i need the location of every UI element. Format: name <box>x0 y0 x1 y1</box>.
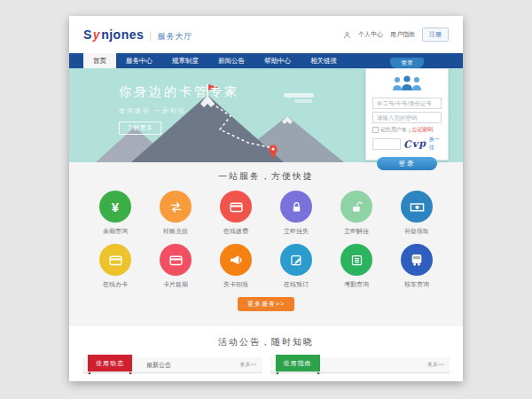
login-panel: 登录 记住用户名 | 忘记密码 <box>365 68 449 160</box>
hero-text: 你身边的卡管专家 提供捷径 一步到位 了解更多 <box>119 84 239 135</box>
login-options-row: 记住用户名 | 忘记密码 <box>372 126 442 134</box>
list-icon <box>350 254 364 267</box>
service-label: 在线缴费 <box>206 227 266 236</box>
service-circle[interactable] <box>160 244 192 276</box>
nav-item-links[interactable]: 相关链接 <box>301 53 347 68</box>
header: Synjones | 服务大厅 个人中心 用户指南 注册 <box>69 16 463 53</box>
bank-card-icon <box>168 253 184 268</box>
personal-center-link[interactable]: 个人中心 <box>358 30 383 39</box>
service-item-booking[interactable]: 在线预订 <box>266 244 326 289</box>
nav-item-home[interactable]: 首页 <box>83 53 116 68</box>
service-label: 失卡招领 <box>206 280 266 289</box>
service-label: 卡片延期 <box>145 280 206 289</box>
captcha-row: Cvp 换一张 <box>372 136 442 152</box>
login-tab[interactable]: 登录 <box>390 58 424 68</box>
service-item-card-extension[interactable]: 卡片延期 <box>145 244 206 289</box>
service-circle[interactable] <box>340 244 372 276</box>
bank-card-icon <box>229 200 244 215</box>
service-label: 立即挂失 <box>266 227 326 236</box>
service-item-transfer[interactable]: 转账充值 <box>145 191 206 236</box>
login-form: 记住用户名 | 忘记密码 Cvp 换一张 登录 <box>365 68 449 160</box>
announcement-panel-right: 使用指南 更多>> <box>270 357 450 373</box>
transfer-arrows-icon <box>168 200 184 215</box>
service-item-attendance[interactable]: 考勤查询 <box>326 244 387 289</box>
service-label: 考勤查询 <box>326 280 387 289</box>
logo-divider: | <box>149 31 152 41</box>
logo-text-rest: njones <box>101 27 144 42</box>
hero-cta-button[interactable]: 了解更多 <box>119 121 161 135</box>
service-label: 校车查询 <box>387 280 447 289</box>
service-circle[interactable] <box>160 191 192 223</box>
service-label: 转账充值 <box>145 227 206 236</box>
login-submit-button[interactable]: 登录 <box>377 157 438 170</box>
password-input[interactable] <box>372 112 442 123</box>
logo-accent-y: y <box>93 27 100 42</box>
tab-usage-news[interactable]: 使用动态 <box>88 355 132 372</box>
service-label: 余额查询 <box>85 227 145 236</box>
captcha-image: Cvp <box>403 137 427 151</box>
logo-text: S <box>83 27 92 42</box>
announcements-section: 活动公告，随时知晓 使用动态 最新公告 更多>> 使用指南 更多>> <box>69 326 463 381</box>
edit-icon <box>290 254 303 267</box>
hero-subtitle: 提供捷径 一步到位 <box>119 106 239 115</box>
banknote-icon <box>410 200 425 215</box>
tab-usage-guide[interactable]: 使用指南 <box>276 355 320 372</box>
lock-icon <box>290 200 303 214</box>
logo: Synjones | 服务大厅 <box>83 27 192 43</box>
captcha-input[interactable] <box>372 138 401 150</box>
tab-latest-announcements[interactable]: 最新公告 <box>146 357 171 372</box>
nav-item-news[interactable]: 新闻公告 <box>208 53 254 68</box>
nav-item-rules[interactable]: 规章制度 <box>162 53 208 68</box>
remember-label: 记住用户名 <box>380 126 407 134</box>
service-label: 立即解挂 <box>326 227 387 236</box>
site-name: 服务大厅 <box>157 31 192 43</box>
more-services-button[interactable]: 更多服务>> <box>238 297 294 311</box>
service-circle[interactable] <box>220 191 252 223</box>
users-group-icon <box>372 74 442 94</box>
service-circle[interactable] <box>99 244 131 276</box>
service-label: 在线预订 <box>266 280 326 289</box>
bus-icon <box>410 253 424 267</box>
person-icon <box>343 31 351 39</box>
services-grid: ¥ 余额查询 转账充值 在线缴费 立即挂失 <box>85 191 447 289</box>
header-links: 个人中心 用户指南 注册 <box>343 27 449 42</box>
username-input[interactable] <box>372 98 442 109</box>
service-circle[interactable]: ¥ <box>99 191 131 223</box>
service-item-lost-found[interactable]: 失卡招领 <box>206 244 266 289</box>
service-label: 补助领取 <box>387 227 447 236</box>
megaphone-icon <box>229 253 243 267</box>
user-guide-link[interactable]: 用户指南 <box>390 30 415 39</box>
options-divider: | <box>409 128 411 133</box>
announcement-panels: 使用动态 最新公告 更多>> 使用指南 更多>> <box>69 357 463 373</box>
service-circle[interactable] <box>280 191 312 223</box>
announcements-title: 活动公告，随时知晓 <box>69 336 463 348</box>
unlock-icon <box>350 200 364 214</box>
service-circle[interactable] <box>401 244 433 276</box>
service-circle[interactable] <box>340 191 372 223</box>
service-circle[interactable] <box>401 191 433 223</box>
service-label: 在线办卡 <box>85 280 145 289</box>
nav-item-service-center[interactable]: 服务中心 <box>116 53 162 68</box>
services-section: 一站服务，方便快捷 ¥ 余额查询 转账充值 在线缴费 <box>69 162 463 326</box>
service-item-cancel-loss[interactable]: 立即解挂 <box>326 191 387 236</box>
hero-title: 你身边的卡管专家 <box>119 84 239 100</box>
service-item-balance[interactable]: ¥ 余额查询 <box>85 191 145 236</box>
hero-banner: 你身边的卡管专家 提供捷径 一步到位 了解更多 登录 记住用户名 <box>69 68 463 162</box>
more-link-left[interactable]: 更多>> <box>239 357 256 372</box>
page-card: Synjones | 服务大厅 个人中心 用户指南 注册 首页 服务中心 规章制… <box>69 16 463 381</box>
more-link-right[interactable]: 更多>> <box>427 357 444 372</box>
nav-item-help-center[interactable]: 帮助中心 <box>254 53 301 68</box>
service-item-school-bus[interactable]: 校车查询 <box>387 244 447 289</box>
service-circle[interactable] <box>220 244 252 276</box>
register-button[interactable]: 注册 <box>422 27 449 42</box>
service-item-subsidy[interactable]: 补助领取 <box>387 191 447 236</box>
service-item-apply-card[interactable]: 在线办卡 <box>85 244 145 289</box>
bank-card-icon <box>108 253 123 268</box>
captcha-refresh-link[interactable]: 换一张 <box>429 136 442 152</box>
announcement-panel-left: 使用动态 最新公告 更多>> <box>82 357 262 373</box>
service-circle[interactable] <box>280 244 312 276</box>
remember-checkbox[interactable] <box>372 127 379 133</box>
forgot-password-link[interactable]: 忘记密码 <box>412 126 434 134</box>
service-item-payment[interactable]: 在线缴费 <box>206 191 266 236</box>
service-item-report-loss[interactable]: 立即挂失 <box>266 191 326 236</box>
